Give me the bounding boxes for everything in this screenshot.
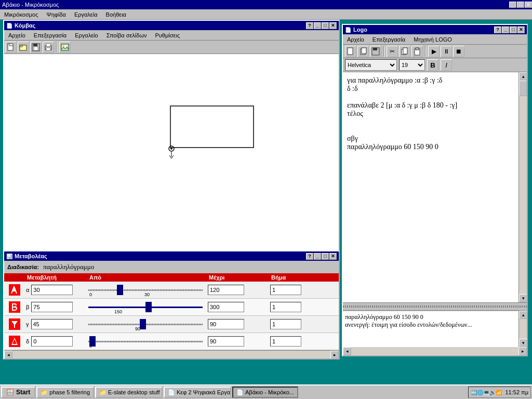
print-btn[interactable]	[43, 42, 54, 53]
row-gamma-step-cell	[269, 318, 311, 330]
row-alpha-slider[interactable]: 0 30	[88, 283, 203, 297]
row-beta-slider[interactable]: 150	[88, 300, 203, 314]
row-gamma-to-input[interactable]	[208, 319, 244, 329]
logo-menu-arxeio[interactable]: Αρχείο	[343, 35, 368, 44]
open-btn[interactable]	[18, 42, 29, 53]
toolbar-sep	[56, 42, 57, 52]
logo-maximize-btn[interactable]: □	[510, 26, 517, 33]
menu-voitheia[interactable]: Βοήθεια	[102, 10, 130, 19]
logo-copyclip-btn[interactable]	[399, 46, 410, 57]
kombas-menu-stoiva[interactable]: Σποίβα σελίδων	[102, 31, 151, 39]
kombas-menu-ergaleio[interactable]: Εργαλείο	[71, 31, 102, 39]
vscroll-down[interactable]: ▾	[519, 294, 527, 302]
main-minimize-btn[interactable]: _	[509, 2, 516, 8]
image-btn[interactable]	[59, 42, 71, 53]
meta-question-btn[interactable]: ?	[306, 253, 313, 260]
logo-pause-btn[interactable]: ⏸	[441, 46, 452, 57]
menu-psifida[interactable]: Ψηφίδα	[43, 10, 70, 19]
taskbar-item-2[interactable]: 📄 Κεφ 2 Ψηφιακά Εργα...	[164, 387, 231, 398]
row-delta-step-input[interactable]	[270, 336, 301, 347]
new-btn[interactable]	[5, 42, 17, 53]
slider-thumb-gamma[interactable]	[140, 319, 146, 329]
output-vscroll-track[interactable]	[519, 319, 527, 339]
svg-rect-7	[34, 47, 38, 50]
font-select[interactable]: Helvetica	[345, 59, 397, 71]
meta-hscroll-track[interactable]	[12, 351, 330, 358]
logo-minimize-btn[interactable]: _	[502, 26, 509, 33]
vscroll-track[interactable]	[519, 81, 527, 294]
logo-run-btn[interactable]: ▶	[428, 46, 440, 57]
logo-menu-mixani[interactable]: Μηχανή LOGO	[409, 35, 456, 44]
kombas-maximize-btn[interactable]: □	[322, 22, 329, 29]
row-delta-to-input[interactable]	[208, 336, 244, 347]
logo-close-btn[interactable]: ✕	[517, 26, 525, 33]
row-delta-from-input[interactable]	[31, 336, 73, 347]
main-close-btn[interactable]: ✕	[525, 2, 532, 8]
row-gamma-from-input[interactable]	[31, 319, 73, 329]
slider-track-delta	[88, 341, 203, 342]
row-alpha-step-input[interactable]	[270, 285, 301, 295]
logo-hscroll-left[interactable]: ◂	[343, 347, 351, 355]
row-alpha-to-input[interactable]	[208, 285, 244, 295]
meta-hscroll-right[interactable]: ▸	[330, 351, 339, 359]
row-gamma-step-input[interactable]	[270, 319, 301, 329]
slider-thumb-beta[interactable]	[145, 302, 152, 312]
row-gamma-slider[interactable]: 90	[88, 317, 203, 331]
meta-maximize-btn[interactable]: □	[322, 253, 329, 260]
logo-save-btn[interactable]	[370, 46, 381, 57]
svg-rect-25	[403, 48, 407, 54]
meta-minimize-btn[interactable]: _	[314, 253, 321, 260]
logo-question-btn[interactable]: ?	[494, 26, 501, 33]
row-alpha-to-cell	[207, 284, 269, 296]
meta-icon-win: 📊	[6, 254, 12, 259]
kombas-menu-arxeio[interactable]: Αρχείο	[4, 31, 30, 39]
kombas-canvas[interactable]	[4, 54, 339, 255]
logo-vscrollbar[interactable]: ▴ ▾	[518, 72, 527, 302]
menu-ergaleia[interactable]: Εργαλεία	[70, 10, 102, 19]
logo-menu-epex[interactable]: Επεξεργασία	[368, 35, 409, 44]
row-gamma-to-cell	[207, 318, 269, 330]
output-vscroll-down[interactable]: ▾	[519, 339, 527, 347]
taskbar-item-0[interactable]: 📁 phase 5 filtering	[36, 387, 94, 398]
row-beta-step-input[interactable]	[270, 302, 301, 312]
logo-paste-btn[interactable]	[411, 46, 423, 57]
row-beta-to-input[interactable]	[208, 302, 244, 312]
taskbar-item-3[interactable]: 📄 Αβάκιο - Μικρόκο...	[232, 387, 298, 398]
kombas-minimize-btn[interactable]: _	[314, 22, 321, 29]
meta-title: Μεταβολέας	[15, 253, 306, 259]
kombas-question-btn[interactable]: ?	[306, 22, 313, 29]
row-beta-from-input[interactable]	[31, 302, 73, 312]
kombas-close-btn[interactable]: ✕	[329, 22, 337, 29]
meta-hscrollbar[interactable]: ◂ ▸	[4, 350, 339, 358]
logo-hscroll-track[interactable]	[351, 347, 518, 355]
row-delta-slider-cell: 0	[87, 333, 207, 350]
svg-rect-0	[8, 44, 13, 50]
kombas-menu-epex[interactable]: Επεξεργασία	[30, 31, 71, 39]
code-line-4: επανάλαβε 2 [μ :α δ :γ μ :β δ 180 - :γ]	[347, 101, 514, 110]
size-select[interactable]: 19	[399, 59, 425, 71]
vscroll-up[interactable]: ▴	[519, 72, 527, 81]
taskbar-item-1[interactable]: 📁 E-slate desktop stuff	[95, 387, 163, 398]
bold-btn[interactable]: B	[427, 59, 438, 71]
logo-copy-btn[interactable]	[357, 46, 369, 57]
logo-hscrollbar-bottom[interactable]: ◂ ▸	[343, 347, 527, 355]
logo-cut-btn[interactable]: ✂	[387, 46, 398, 57]
logo-output-vscrollbar[interactable]: ▴ ▾	[518, 311, 527, 347]
italic-btn[interactable]: I	[441, 59, 452, 71]
output-vscroll-up[interactable]: ▴	[519, 311, 527, 319]
start-button[interactable]: 🪟 Start	[1, 387, 35, 398]
logo-new-btn[interactable]	[345, 46, 356, 57]
row-alpha-from-input[interactable]	[31, 285, 73, 295]
meta-close-btn[interactable]: ✕	[329, 253, 337, 260]
slider-thumb[interactable]	[117, 285, 123, 295]
kombas-menu-rythmiseis[interactable]: Ρυθμίσεις	[151, 31, 184, 39]
save-btn[interactable]	[30, 42, 42, 53]
logo-stop-btn[interactable]: ⏹	[453, 46, 464, 57]
logo-hscroll-right[interactable]: ▸	[518, 347, 527, 355]
meta-hscroll-left[interactable]: ◂	[4, 351, 12, 359]
row-delta-slider[interactable]: 0	[88, 334, 203, 349]
logo-code-editor[interactable]: για παραλληλόγραμμο :α :β :γ :δ δ :δ επα…	[343, 72, 518, 302]
row-alpha-var-cell: α	[25, 284, 87, 296]
main-maximize-btn[interactable]: □	[517, 2, 524, 8]
menu-mikrokosmos[interactable]: Μικρόκοσμος	[0, 10, 43, 19]
